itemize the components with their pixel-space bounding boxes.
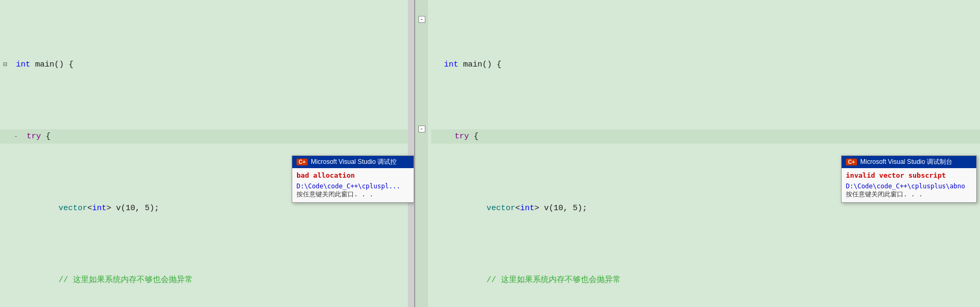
right-line-1: int main() { xyxy=(431,57,980,72)
right-line-4: // 这里如果系统内存不够也会抛异常 xyxy=(431,273,980,287)
right-popup-body: invalid vector subscript D:\Code\code_C+… xyxy=(842,168,976,202)
right-popup-path: D:\Code\code_C++\cplusplus\abno xyxy=(846,182,972,190)
right-error-text: invalid vector subscript xyxy=(846,171,972,179)
right-line-2: try { xyxy=(431,129,980,144)
left-popup-title: C+ Microsoft Visual Studio 调试控 xyxy=(292,156,414,168)
right-popup-title: C+ Microsoft Visual Studio 调试制台 xyxy=(842,156,976,168)
vs-icon-left: C+ xyxy=(297,159,308,165)
left-code-area: ⊟ int main() { - try { vector<int> v(10,… xyxy=(0,0,414,307)
line-3: vector<int> v(10, 5); xyxy=(0,201,414,215)
left-popup-body: bad allocation D:\Code\code_C++\cpluspl.… xyxy=(292,168,414,202)
main-container: ⊟ int main() { - try { vector<int> v(10,… xyxy=(0,0,980,307)
left-debug-popup[interactable]: C+ Microsoft Visual Studio 调试控 bad alloc… xyxy=(292,155,414,203)
line-1: ⊟ int main() { xyxy=(0,57,414,72)
indicator-1: ⊟ xyxy=(0,57,11,72)
left-error-text: bad allocation xyxy=(297,171,409,179)
right-line-3: vector<int> v(10, 5); xyxy=(431,201,980,215)
line-4: // 这里如果系统内存不够也会抛异常 xyxy=(0,273,414,287)
indicator-2: - xyxy=(11,129,21,144)
left-scrollbar[interactable] xyxy=(408,0,414,307)
right-panel: - - int main() { try { vector<int> v(10,… xyxy=(415,0,980,307)
right-debug-popup[interactable]: C+ Microsoft Visual Studio 调试制台 invalid … xyxy=(841,155,977,203)
vs-icon-right: C+ xyxy=(846,159,857,165)
left-popup-hint: 按任意键关闭此窗口. . . xyxy=(297,190,409,199)
right-popup-hint: 按任意键关闭此窗口. . . xyxy=(846,190,972,199)
right-code-area: int main() { try { vector<int> v(10, 5);… xyxy=(415,0,980,307)
left-popup-path: D:\Code\code_C++\cpluspl... xyxy=(297,182,409,190)
line-2: - try { xyxy=(0,129,414,144)
left-panel: ⊟ int main() { - try { vector<int> v(10,… xyxy=(0,0,415,307)
